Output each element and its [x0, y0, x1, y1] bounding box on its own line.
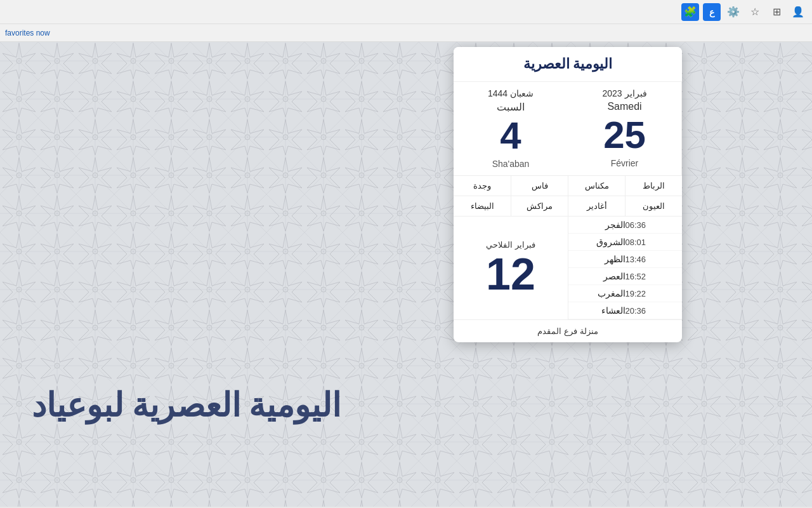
customize-icon[interactable]: ⚙️ [724, 3, 742, 21]
hijri-agricultural-number: 12 [486, 252, 535, 297]
city-meknes[interactable]: مكناس [568, 176, 625, 196]
prayer-asr: 16:52 العصر [568, 268, 682, 285]
arabic-watermark: اليومية العصرية لبوعياد [32, 386, 341, 424]
fajr-time: 06:36 [625, 220, 675, 230]
city-laayoune[interactable]: العيون [625, 196, 682, 216]
city-grid-row2: العيون أغادير مراكش البيضاء [454, 196, 682, 217]
hijri-date-col: شعبان 1444 السبت 4 Sha'aban [454, 82, 568, 175]
gregorian-day-name: Samedi [578, 101, 671, 112]
isha-time: 20:36 [625, 306, 675, 316]
city-oujda[interactable]: وجدة [454, 176, 511, 196]
hijri-month-year: شعبان 1444 [464, 88, 558, 98]
prayer-fajr: 06:36 الفجر [568, 217, 682, 234]
favorites-icon[interactable]: ☆ [746, 3, 764, 21]
dhuhr-time: 13:46 [625, 255, 675, 264]
translate-icon[interactable]: ع [703, 3, 721, 21]
widget-footer: منزلة فرع المقدم [454, 319, 682, 342]
city-agadir[interactable]: أغادير [568, 196, 625, 216]
hijri-agricultural-side: فبراير الفلاحي 12 [454, 217, 568, 319]
city-marrakech[interactable]: مراكش [511, 196, 568, 216]
asr-time: 16:52 [625, 272, 675, 281]
city-rabat[interactable]: الرباط [625, 176, 682, 196]
gregorian-month-year: فبراير 2023 [578, 88, 671, 98]
background-pattern [0, 42, 812, 507]
profile-icon[interactable]: 👤 [789, 3, 807, 21]
city-fes[interactable]: فاس [511, 176, 568, 196]
favorites-now-link[interactable]: favorites now [5, 29, 50, 37]
gregorian-day-number: 25 [578, 116, 671, 154]
maghrib-time: 19:22 [625, 289, 675, 298]
widget-panel: اليومية العصرية فبراير 2023 Samedi 25 Fé… [454, 47, 682, 342]
collections-icon[interactable]: ⊞ [768, 3, 785, 21]
hijri-month-name: Sha'aban [464, 159, 558, 169]
shuruq-name: الشروق [576, 237, 625, 247]
svg-rect-7 [0, 42, 812, 507]
favorites-bar: favorites now [0, 24, 812, 42]
prayer-dhuhr: 13:46 الظهر [568, 251, 682, 268]
prayer-shuruq: 08:01 الشروق [568, 234, 682, 251]
widget-dates: فبراير 2023 Samedi 25 Février شعبان 1444… [454, 82, 682, 176]
page-content: اليومية العصرية لبوعياد اليومية العصرية … [0, 42, 812, 507]
prayer-isha: 20:36 العشاء [568, 302, 682, 319]
gregorian-date-col: فبراير 2023 Samedi 25 Février [568, 82, 682, 175]
city-casablanca[interactable]: البيضاء [454, 196, 511, 216]
prayer-times-col: 06:36 الفجر 08:01 الشروق 13:46 الظهر 16:… [568, 217, 682, 319]
prayer-section: 06:36 الفجر 08:01 الشروق 13:46 الظهر 16:… [454, 217, 682, 319]
asr-name: العصر [576, 271, 625, 281]
hijri-agricultural-label: فبراير الفلاحي [486, 240, 535, 250]
extensions-icon[interactable]: 🧩 [681, 3, 699, 21]
maghrib-name: المغرب [576, 288, 625, 298]
shuruq-time: 08:01 [625, 237, 675, 247]
prayer-maghrib: 19:22 المغرب [568, 285, 682, 302]
widget-title: اليومية العصرية [454, 47, 682, 82]
isha-name: العشاء [576, 305, 625, 316]
fajr-name: الفجر [576, 220, 625, 230]
city-grid-row1: الرباط مكناس فاس وجدة [454, 176, 682, 196]
hijri-day-number: 4 [464, 117, 558, 155]
hijri-day-name: السبت [464, 101, 558, 113]
gregorian-month-name: Février [578, 158, 671, 168]
browser-toolbar: 🧩 ع ⚙️ ☆ ⊞ 👤 [0, 0, 812, 24]
dhuhr-name: الظهر [576, 254, 625, 264]
